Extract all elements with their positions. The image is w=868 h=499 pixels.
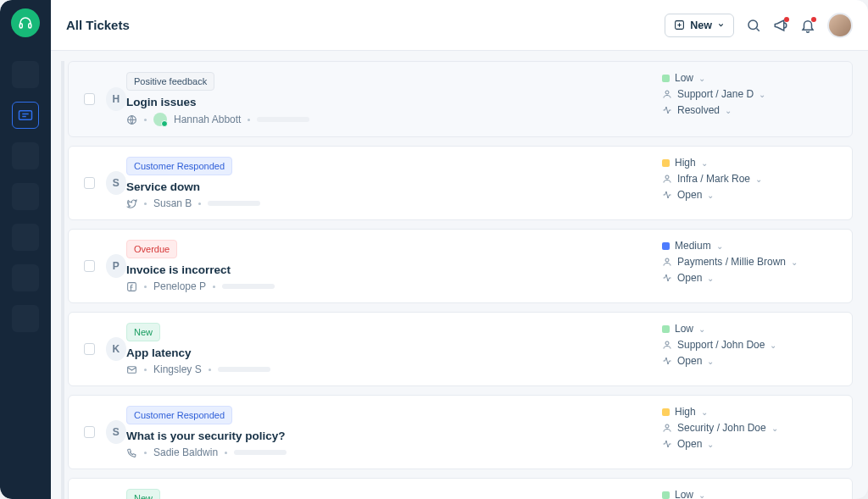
priority-selector[interactable]: Low ⌄ (662, 72, 840, 84)
svg-rect-2 (19, 111, 32, 120)
ticket-card[interactable]: K New App latency Kingsley S Low ⌄ (68, 312, 853, 386)
user-icon (662, 174, 672, 184)
priority-label: Medium (675, 240, 711, 252)
status-label: Resolved (677, 104, 720, 116)
search-icon[interactable] (746, 18, 761, 33)
meta-separator (144, 202, 147, 205)
nav-placeholder-7[interactable] (12, 305, 39, 332)
priority-selector[interactable]: High ⌄ (662, 157, 840, 169)
chevron-down-icon: ⌄ (771, 424, 778, 433)
assignee-selector[interactable]: Support / John Doe ⌄ (662, 339, 840, 351)
assignee-selector[interactable]: Support / Jane D ⌄ (662, 88, 840, 100)
activity-icon (662, 356, 672, 366)
ticket-title: Invoice is incorrect (126, 263, 662, 276)
nav-placeholder-6[interactable] (12, 264, 39, 291)
status-selector[interactable]: Open ⌄ (662, 438, 840, 450)
chevron-down-icon: ⌄ (698, 324, 705, 334)
priority-selector[interactable]: Medium ⌄ (662, 240, 840, 252)
requester-name: Susan B (153, 197, 192, 209)
status-label: Open (677, 438, 702, 450)
chevron-down-icon: ⌄ (791, 258, 798, 267)
ticket-title: Login issues (126, 96, 662, 108)
requester-avatar: H (106, 87, 127, 111)
priority-label: High (675, 406, 696, 418)
requester-name: Kingsley S (153, 363, 202, 375)
ticket-tag: New (126, 489, 160, 499)
requester-name: Penelope P (153, 280, 206, 292)
assignee-label: Support / John Doe (677, 339, 765, 351)
chevron-down-icon: ⌄ (725, 106, 732, 115)
meta-placeholder-bar (218, 367, 270, 372)
ticket-tag: Overdue (126, 240, 177, 258)
priority-indicator (662, 75, 670, 82)
priority-label: High (675, 157, 696, 169)
user-icon (662, 257, 672, 267)
ticket-list-container: H Positive feedback Login issues Hannah … (51, 51, 868, 499)
meta-separator (144, 452, 147, 454)
ticket-card[interactable]: P Overdue Invoice is incorrect Penelope … (68, 229, 853, 303)
source-icon (126, 364, 137, 375)
ticket-card[interactable]: H Positive feedback Login issues Hannah … (68, 61, 853, 137)
priority-label: Low (675, 72, 693, 84)
nav-placeholder-3[interactable] (12, 142, 39, 169)
svg-point-11 (665, 341, 669, 345)
priority-selector[interactable]: High ⌄ (662, 406, 840, 418)
user-icon (662, 340, 672, 350)
nav-tickets[interactable] (12, 102, 39, 129)
nav-placeholder-1[interactable] (12, 61, 39, 88)
meta-separator (144, 369, 147, 371)
app-logo[interactable] (11, 8, 40, 37)
chevron-down-icon: ⌄ (770, 341, 776, 350)
page-title: All Tickets (66, 18, 130, 32)
user-avatar[interactable] (827, 13, 853, 38)
ticket-checkbox[interactable] (84, 177, 95, 189)
requester-name: Sadie Baldwin (153, 446, 218, 458)
ticket-tag: New (126, 323, 160, 341)
source-icon (126, 447, 137, 458)
meta-placeholder-bar (234, 450, 287, 455)
meta-separator (225, 452, 227, 454)
requester-avatar: S (106, 171, 127, 195)
ticket-title: What is your security policy? (126, 430, 662, 442)
svg-rect-1 (29, 24, 31, 28)
assignee-selector[interactable]: Infra / Mark Roe ⌄ (662, 173, 840, 185)
source-icon (126, 198, 137, 209)
ticket-card[interactable]: S Customer Responded Service down Susan … (68, 146, 853, 220)
status-selector[interactable]: Resolved ⌄ (662, 104, 840, 116)
activity-icon (662, 439, 672, 449)
bell-icon[interactable] (800, 18, 815, 33)
ticket-checkbox[interactable] (84, 260, 95, 272)
ticket-checkbox[interactable] (84, 93, 95, 105)
agent-avatar (153, 113, 167, 126)
nav-placeholder-4[interactable] (12, 183, 39, 210)
ticket-card[interactable]: S New Unable to access the app Samuel C … (68, 478, 853, 499)
ticket-title: Service down (126, 180, 662, 193)
assignee-selector[interactable]: Security / John Doe ⌄ (662, 422, 840, 434)
chevron-down-icon: ⌄ (698, 491, 705, 500)
nav-placeholder-5[interactable] (12, 224, 39, 251)
status-label: Open (677, 189, 702, 201)
meta-placeholder-bar (222, 284, 275, 289)
ticket-tag: Positive feedback (126, 72, 214, 91)
status-selector[interactable]: Open ⌄ (662, 189, 840, 201)
requester-name: Hannah Abbott (174, 114, 241, 125)
meta-separator (248, 119, 250, 121)
announcement-icon[interactable] (773, 18, 788, 33)
new-button[interactable]: New (665, 14, 734, 37)
assignee-label: Security / John Doe (677, 422, 766, 434)
ticket-checkbox[interactable] (84, 343, 95, 355)
status-selector[interactable]: Open ⌄ (662, 272, 840, 284)
assignee-selector[interactable]: Payments / Millie Brown ⌄ (662, 256, 840, 268)
priority-selector[interactable]: Low ⌄ (662, 323, 840, 335)
chevron-down-icon: ⌄ (701, 408, 708, 417)
priority-indicator (662, 242, 670, 250)
status-selector[interactable]: Open ⌄ (662, 355, 840, 367)
assignee-label: Payments / Millie Brown (677, 256, 786, 268)
meta-separator (144, 119, 147, 121)
ticket-card[interactable]: S Customer Responded What is your securi… (68, 395, 853, 469)
ticket-checkbox[interactable] (84, 426, 95, 438)
activity-icon (662, 105, 672, 115)
priority-selector[interactable]: Low ⌄ (662, 489, 840, 499)
chevron-down-icon: ⌄ (707, 274, 714, 283)
chevron-down-icon: ⌄ (698, 74, 705, 83)
